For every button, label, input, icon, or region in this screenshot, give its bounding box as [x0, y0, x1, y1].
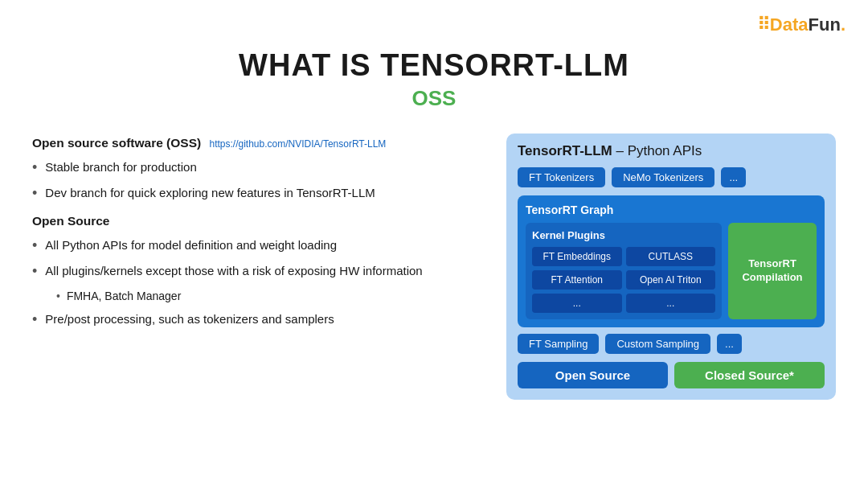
kernel-plugins-title: Kernel Plugins — [532, 229, 715, 241]
tensorrt-compilation-box: TensorRTCompilation — [728, 223, 817, 319]
bullets-list: • Stable branch for production • Dev bra… — [32, 158, 482, 203]
bottom-row: Open Source Closed Source* — [518, 362, 825, 388]
logo-data-text: Data — [770, 14, 809, 35]
bullet-dot-2: • — [32, 184, 37, 203]
logo-fun-text: Fun — [809, 14, 841, 35]
open-source-btn[interactable]: Open Source — [518, 362, 668, 388]
logo-dots: ⠿ — [757, 14, 770, 35]
bullet-2-text: Dev branch for quick exploring new featu… — [45, 183, 375, 202]
os-bullet-dot-2: • — [32, 262, 37, 281]
diagram-container: TensorRT-LLM – Python APIs FT Tokenizers… — [506, 134, 836, 400]
last-bullet-text: Pre/post processing, such as tokenizers … — [45, 310, 334, 328]
left-panel: Open source software (OSS) https://githu… — [32, 134, 482, 400]
oss-label: Open source software (OSS) — [32, 136, 201, 150]
cutlass-btn[interactable]: CUTLASS — [626, 247, 716, 266]
last-bullet-list: • Pre/post processing, such as tokenizer… — [32, 310, 482, 329]
open-source-header: Open Source — [32, 212, 482, 231]
diagram-title-rest: – Python APIs — [612, 143, 702, 158]
kernel-plugins-grid: FT Embeddings CUTLASS FT Attention Open … — [532, 247, 715, 313]
openai-triton-btn[interactable]: Open AI Triton — [626, 270, 716, 290]
sub-bullet-text: FMHA, Batch Manager — [67, 288, 181, 306]
kp-dots-1-btn[interactable]: ... — [532, 294, 622, 313]
os-bullet-dot-1: • — [32, 236, 37, 255]
tensorrt-compilation-label: TensorRTCompilation — [742, 257, 802, 285]
page-subtitle: OSS — [0, 86, 868, 111]
os-bullet-1-text: All Python APIs for model definition and… — [45, 236, 337, 254]
kernel-plugins-box: Kernel Plugins FT Embeddings CUTLASS FT … — [526, 223, 722, 319]
content-area: Open source software (OSS) https://githu… — [0, 134, 868, 400]
oss-link[interactable]: https://github.com/NVIDIA/TensorRT-LLM — [209, 138, 386, 150]
bullet-dot-1: • — [32, 158, 37, 177]
diagram-title: TensorRT-LLM – Python APIs — [518, 143, 825, 159]
ft-embeddings-btn[interactable]: FT Embeddings — [532, 247, 622, 266]
kp-dots-2-btn[interactable]: ... — [626, 294, 716, 313]
os-bullet-1: • All Python APIs for model definition a… — [32, 236, 482, 255]
sub-bullet: • FMHA, Batch Manager — [56, 288, 482, 306]
ft-sampling-btn[interactable]: FT Sampling — [518, 334, 599, 354]
oss-header: Open source software (OSS) https://githu… — [32, 134, 482, 153]
os-bullet-2: • All plugins/kernels except those with … — [32, 261, 482, 281]
tokenizer-row: FT Tokenizers NeMo Tokenizers ... — [518, 167, 825, 187]
ft-tokenizers-btn[interactable]: FT Tokenizers — [518, 167, 605, 187]
datafun-logo: ⠿DataFun. — [757, 14, 845, 35]
tensorrt-graph: TensorRT Graph Kernel Plugins FT Embeddi… — [518, 195, 825, 327]
sampling-more-btn[interactable]: ... — [717, 334, 742, 354]
logo-period: . — [841, 14, 845, 35]
bullet-1: • Stable branch for production — [32, 158, 482, 177]
tensorrt-graph-inner: Kernel Plugins FT Embeddings CUTLASS FT … — [526, 223, 817, 319]
last-bullet-dot: • — [32, 310, 37, 329]
os-bullet-2-text: All plugins/kernels except those with a … — [45, 261, 422, 280]
last-bullet: • Pre/post processing, such as tokenizer… — [32, 310, 482, 329]
sampling-row: FT Sampling Custom Sampling ... — [518, 334, 825, 354]
tensorrt-graph-title: TensorRT Graph — [526, 203, 817, 216]
open-source-bullets-list: • All Python APIs for model definition a… — [32, 236, 482, 281]
nemo-tokenizers-btn[interactable]: NeMo Tokenizers — [612, 167, 714, 187]
tokenizers-more-btn[interactable]: ... — [721, 167, 746, 187]
closed-source-btn[interactable]: Closed Source* — [674, 362, 825, 388]
bullet-2: • Dev branch for quick exploring new fea… — [32, 183, 482, 203]
ft-attention-btn[interactable]: FT Attention — [532, 270, 622, 290]
custom-sampling-btn[interactable]: Custom Sampling — [605, 334, 710, 354]
bullet-1-text: Stable branch for production — [45, 158, 196, 176]
sub-bullet-dot: • — [56, 288, 60, 306]
diagram-title-strong: TensorRT-LLM — [518, 143, 612, 158]
page-title: WHAT IS TENSORRT-LLM — [0, 48, 868, 83]
right-panel: TensorRT-LLM – Python APIs FT Tokenizers… — [506, 134, 836, 400]
